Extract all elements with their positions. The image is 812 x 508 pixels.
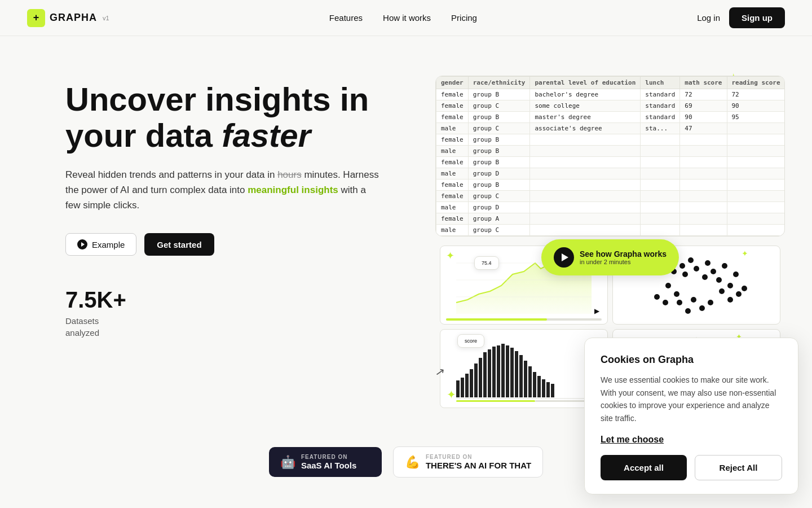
table-row: femalegroup B (436, 134, 785, 146)
svg-point-27 (691, 297, 696, 303)
svg-point-18 (727, 297, 733, 303)
svg-rect-55 (535, 400, 592, 402)
svg-point-16 (733, 271, 739, 277)
navbar: + GRAPHA v1 Features How it works Pricin… (0, 0, 812, 36)
aiforthat-badge-text: FEATURED ON THERE'S AN AI FOR THAT (426, 454, 531, 470)
svg-point-15 (727, 283, 733, 288)
svg-rect-52 (551, 384, 554, 397)
cookie-choose-link[interactable]: Let me choose (601, 435, 664, 444)
svg-rect-34 (470, 369, 473, 397)
example-button[interactable]: Example (65, 233, 136, 256)
svg-point-24 (663, 300, 668, 305)
bar-tooltip: score (457, 334, 484, 348)
highlight-text: meaningful insights (248, 185, 338, 195)
col-lunch: lunch (641, 77, 680, 89)
nav-links: Features How it works Pricing (329, 13, 477, 23)
chart-sparkle: ✦ (446, 249, 454, 262)
stat-label: Datasetsanalyzed (65, 315, 381, 339)
table-row: femalegroup B (436, 157, 785, 168)
svg-point-14 (722, 263, 727, 269)
nav-pricing[interactable]: Pricing (451, 13, 477, 23)
svg-rect-44 (515, 351, 518, 397)
hero-subtitle: Reveal hidden trends and patterns in you… (65, 167, 381, 213)
svg-point-19 (736, 291, 742, 297)
table-row: femalegroup B (436, 179, 785, 191)
table-row: malegroup D (436, 168, 785, 179)
svg-point-11 (705, 260, 710, 266)
svg-rect-54 (456, 400, 535, 402)
data-table: gender race/ethnicity parental level of … (436, 76, 785, 236)
svg-point-21 (665, 283, 671, 288)
data-table-container: gender race/ethnicity parental level of … (435, 76, 785, 237)
nav-features[interactable]: Features (329, 13, 363, 23)
progress-bar-bg (446, 318, 602, 321)
cookie-reject-button[interactable]: Reject All (695, 455, 782, 480)
strikethrough-hours: hours (277, 169, 302, 180)
svg-point-17 (719, 288, 725, 294)
svg-point-10 (702, 274, 708, 280)
svg-point-22 (674, 291, 679, 297)
svg-point-26 (685, 308, 691, 314)
signup-button[interactable]: Sign up (729, 7, 785, 28)
svg-point-20 (742, 286, 747, 291)
login-button[interactable]: Log in (697, 13, 720, 23)
cookie-body: We use essential cookies to make our sit… (601, 374, 782, 424)
svg-rect-36 (479, 358, 482, 397)
nav-actions: Log in Sign up (697, 7, 785, 28)
hero-buttons: Example Get started (65, 233, 381, 256)
table-row: malegroup Cassociate's degreesta...47 (436, 123, 785, 134)
col-math: math score (680, 77, 727, 89)
svg-rect-39 (492, 347, 496, 397)
cookie-title: Cookies on Grapha (601, 354, 782, 366)
hero-title: Uncover insights in your data faster (65, 81, 381, 154)
logo-version: v1 (103, 15, 109, 21)
svg-point-12 (710, 269, 716, 274)
logo-icon: + (27, 9, 45, 27)
svg-rect-40 (497, 345, 500, 397)
svg-rect-47 (528, 366, 532, 397)
svg-point-23 (654, 294, 660, 300)
svg-rect-37 (483, 352, 487, 397)
cookie-banner: Cookies on Grapha We use essential cooki… (584, 338, 798, 494)
svg-rect-45 (519, 355, 523, 397)
table-row: femalegroup A (436, 213, 785, 225)
logo-text: GRAPHA (50, 12, 97, 24)
col-reading: reading score (727, 77, 785, 89)
play-button[interactable]: See how Grapha works in under 2 minutes (541, 239, 679, 275)
table-row: malegroup C (436, 225, 785, 236)
cookie-buttons: Accept all Reject All (601, 455, 782, 480)
cookie-accept-button[interactable]: Accept all (601, 455, 687, 480)
get-started-button[interactable]: Get started (144, 233, 214, 256)
table-row: malegroup B (436, 146, 785, 157)
svg-point-13 (716, 277, 722, 283)
table-row: malegroup D (436, 202, 785, 213)
svg-point-9 (694, 266, 699, 271)
chart-tooltip: 75.4 (474, 256, 499, 270)
svg-rect-51 (546, 382, 550, 397)
table-row: femalegroup Bmaster's degreestandard9095… (436, 112, 785, 123)
svg-rect-33 (465, 374, 469, 397)
col-race: race/ethnicity (468, 77, 530, 89)
col-education: parental level of education (530, 77, 641, 89)
svg-point-29 (708, 300, 713, 305)
example-play-icon (77, 239, 87, 249)
stat-number: 7.5K+ (65, 287, 381, 313)
svg-rect-42 (506, 345, 509, 397)
svg-rect-50 (542, 379, 545, 397)
table-row: femalegroup Bbachelor's degreestandard72… (436, 89, 785, 100)
table-row: femalegroup C (436, 191, 785, 202)
nav-how-it-works[interactable]: How it works (383, 13, 431, 23)
saas-badge-text: Featured on SaaS AI Tools (301, 454, 356, 470)
svg-rect-43 (510, 348, 514, 397)
svg-rect-32 (461, 378, 464, 397)
svg-rect-31 (456, 380, 460, 397)
progress-bar-fill (446, 318, 547, 321)
svg-text:✦: ✦ (742, 249, 748, 258)
play-circle-icon (554, 247, 574, 268)
hero-stat: 7.5K+ Datasetsanalyzed (65, 287, 381, 339)
aiforthat-badge-icon: 💪 (405, 455, 420, 470)
play-text: See how Grapha works in under 2 minutes (580, 249, 667, 265)
svg-rect-46 (524, 361, 527, 397)
svg-rect-35 (474, 364, 478, 397)
logo[interactable]: + GRAPHA v1 (27, 9, 109, 27)
